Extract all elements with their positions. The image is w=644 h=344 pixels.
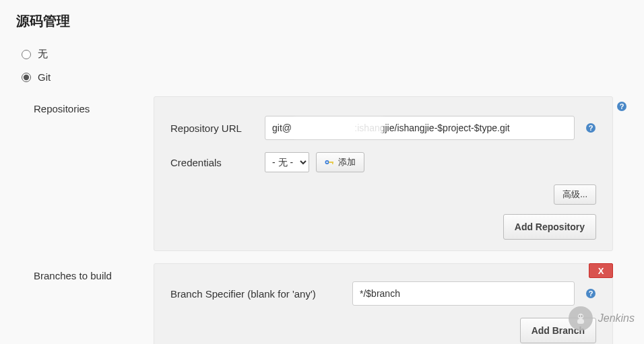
repositories-panel: ? Repository URL ? Credentials [154, 96, 613, 251]
jenkins-watermark: Jenkins [569, 306, 635, 331]
svg-rect-11 [577, 319, 584, 324]
credentials-select[interactable]: - 无 - [265, 152, 309, 172]
scm-section-title: 源码管理 [16, 12, 628, 30]
svg-text:?: ? [589, 289, 593, 298]
advanced-button-label: 高级... [562, 188, 587, 201]
scm-option-git[interactable]: Git [16, 66, 628, 88]
help-icon[interactable]: ? [616, 101, 627, 112]
repo-url-input[interactable] [265, 116, 575, 140]
scm-radio-none[interactable] [22, 50, 31, 59]
repo-url-label: Repository URL [170, 123, 265, 134]
svg-text:?: ? [620, 102, 624, 110]
key-icon [325, 159, 334, 166]
scm-option-none[interactable]: 无 [16, 42, 628, 66]
credentials-row: Credentials - 无 - 添加 [170, 152, 596, 172]
branch-specifier-input[interactable] [352, 281, 575, 306]
svg-point-12 [579, 316, 580, 317]
scm-git-label: Git [38, 71, 51, 83]
svg-point-10 [578, 314, 583, 319]
repo-url-row: Repository URL ? [170, 116, 596, 140]
scm-radio-git[interactable] [22, 73, 31, 82]
svg-point-5 [326, 162, 327, 163]
jenkins-watermark-text: Jenkins [598, 312, 635, 324]
branch-specifier-label: Branch Specifier (blank for 'any') [170, 288, 352, 300]
branch-specifier-row: Branch Specifier (blank for 'any') ? [170, 281, 596, 306]
branches-block-label: Branches to build [34, 263, 154, 344]
scm-none-label: 无 [38, 48, 48, 61]
branches-panel: X Branch Specifier (blank for 'any') ? A… [154, 263, 613, 344]
jenkins-logo-icon [569, 306, 593, 331]
help-icon[interactable]: ? [585, 288, 596, 299]
credentials-label: Credentials [170, 157, 265, 168]
add-repository-button[interactable]: Add Repository [503, 214, 596, 240]
repositories-block: Repositories ? Repository URL ? Cr [16, 96, 628, 251]
advanced-button[interactable]: 高级... [554, 184, 596, 205]
delete-branch-button[interactable]: X [589, 263, 613, 278]
add-credentials-button[interactable]: 添加 [316, 152, 364, 172]
svg-rect-7 [332, 162, 333, 164]
help-icon[interactable]: ? [585, 123, 596, 133]
branches-block: Branches to build X Branch Specifier (bl… [16, 263, 628, 344]
add-credentials-label: 添加 [338, 156, 356, 168]
repositories-block-label: Repositories [34, 96, 154, 251]
svg-text:?: ? [589, 124, 593, 132]
delete-branch-label: X [598, 266, 604, 276]
svg-point-13 [581, 316, 583, 317]
add-repository-label: Add Repository [515, 221, 585, 232]
